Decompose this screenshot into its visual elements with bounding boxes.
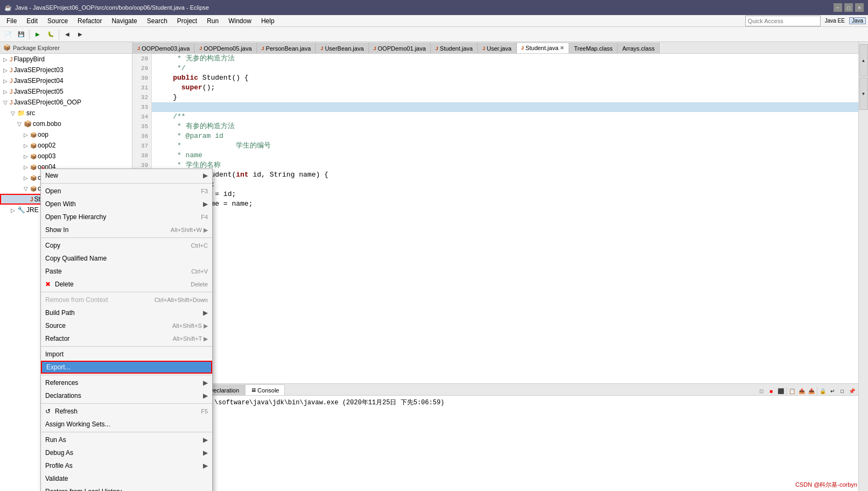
menu-window[interactable]: Window [224,16,256,26]
toolbar: 📄 💾 ▶ 🐛 ◀ ▶ [0,27,868,42]
cm-shortcut: F5 [201,408,208,415]
tab-user[interactable]: J User.java [478,43,516,53]
rs-btn-1[interactable]: ▲ [859,44,868,76]
cm-item-references[interactable]: References ▶ [41,376,212,389]
close-button[interactable]: × [855,3,864,12]
toolbar-forward-button[interactable]: ▶ [74,29,86,40]
cm-arrow: ▶ [203,462,208,469]
tree-item-proj03[interactable]: ▷ J JavaSEProject03 [0,65,132,75]
tree-item-proj06[interactable]: ▽ J JavaSEProject06_OOP [0,97,132,108]
quick-access-input[interactable] [745,16,821,26]
cm-item-export[interactable]: Export... [41,361,212,374]
cm-item-restorelocalhistory[interactable]: Restore from Local History... [41,485,212,491]
project-icon: J [10,78,13,84]
tree-item-oop03[interactable]: ▷ 📦 oop03 [0,151,132,162]
cm-item-copy[interactable]: Copy Ctrl+C [41,239,212,252]
cm-item-import[interactable]: Import [41,348,212,361]
tree-item-flappybird[interactable]: ▷ J FlappyBird [0,54,132,65]
perspective-icon-ee[interactable]: Java EE [823,18,847,24]
tree-item-src[interactable]: ▽ 📁 src [0,108,132,118]
cm-item-profileas[interactable]: Profile As ▶ [41,459,212,472]
console-clear-button[interactable]: ⊡ [757,387,766,395]
expand-icon: ▷ [2,78,9,84]
console-btn3[interactable]: ⬛ [776,387,785,395]
console-stop-button[interactable]: ■ [767,387,775,395]
console-btn6[interactable]: 📥 [807,387,816,395]
cm-item-buildpath[interactable]: Build Path ▶ [41,306,212,319]
menu-help[interactable]: Help [257,16,279,26]
console-word-wrap[interactable]: ↵ [828,387,837,395]
tree-item-oop[interactable]: ▷ 📦 oop [0,129,132,140]
menu-refactor[interactable]: Refactor [73,16,106,26]
cm-item-refresh[interactable]: ↺ Refresh F5 [41,405,212,418]
cm-item-debugas[interactable]: Debug As ▶ [41,446,212,459]
tab-student-1[interactable]: J Student.java [431,43,478,53]
console-content: [JavaApplication] D:\software\java\jdk\b… [132,396,858,491]
cm-shortcut: Ctrl+V [191,268,208,275]
cm-item-source[interactable]: Source Alt+Shift+S ▶ [41,319,212,332]
console-btn5[interactable]: 📤 [797,387,806,395]
tab-label: OOPDemo03.java [142,45,190,52]
tab-oopdemo03[interactable]: J OOPDemo03.java [132,43,194,53]
close-tab-icon[interactable]: ✖ [560,45,564,51]
cm-item-opentypehierarchy[interactable]: Open Type Hierarchy F4 [41,211,212,223]
cm-item-delete[interactable]: ✖ Delete Delete [41,278,212,291]
tree-item-proj04[interactable]: ▷ J JavaSEProject04 [0,75,132,86]
tab-treemap[interactable]: TreeMap.class [569,43,618,53]
cm-item-refactor[interactable]: Refactor Alt+Shift+T ▶ [41,332,212,345]
cm-item-declarations[interactable]: Declarations ▶ [41,389,212,402]
perspective-icon-java[interactable]: Java [849,17,866,24]
console-pin[interactable]: 📌 [848,387,856,395]
tree-item-proj05[interactable]: ▷ J JavaSEProject05 [0,86,132,97]
toolbar-run-button[interactable]: ▶ [32,29,44,40]
console-btn4[interactable]: 📋 [788,387,796,395]
menu-bar: File Edit Source Refactor Navigate Searc… [0,15,868,27]
line-content: } [152,93,177,102]
tree-item-com-bobo[interactable]: ▽ 📦 com.bobo [0,118,132,129]
menu-source[interactable]: Source [43,16,72,26]
cm-item-new[interactable]: New ▶ [41,169,212,182]
minimize-button[interactable]: − [834,3,842,12]
cm-separator [41,292,212,292]
cm-item-copyqualified[interactable]: Copy Qualified Name [41,252,212,265]
toolbar-debug-button[interactable]: 🐛 [45,29,57,40]
maximize-button[interactable]: □ [844,3,853,12]
cm-item-validate[interactable]: Validate [41,472,212,485]
cm-item-assignworkingsets[interactable]: Assign Working Sets... [41,418,212,431]
console-scroll-lock[interactable]: 🔒 [818,387,827,395]
tab-console[interactable]: 🖥 Console [245,384,285,395]
cm-label: New [45,172,200,179]
tab-oopdemo05[interactable]: J OOPDemo05.java [194,43,256,53]
toolbar-save-button[interactable]: 💾 [15,29,27,40]
cm-label: Run As [45,436,200,444]
tree-label: JavaSEProject04 [14,77,64,85]
tab-personbean[interactable]: J PersonBean.java [257,43,316,53]
code-editor[interactable]: 28 * 无参的构造方法 29 */ 30 public Student() {… [132,54,858,383]
cm-arrow: ▶ [203,379,208,387]
toolbar-new-button[interactable]: 📄 [2,29,14,40]
title-bar-controls[interactable]: − □ × [834,3,864,12]
menu-search[interactable]: Search [143,16,172,26]
tab-userbean[interactable]: J UserBean.java [316,43,368,53]
cm-item-paste[interactable]: Paste Ctrl+V [41,265,212,278]
cm-item-showin[interactable]: Show In Alt+Shift+W ▶ [41,223,212,236]
menu-navigate[interactable]: Navigate [107,16,141,26]
menu-edit[interactable]: Edit [22,16,42,26]
tab-oopdemo01[interactable]: J OOPDemo01.java [369,43,431,53]
menu-file[interactable]: File [2,16,21,26]
tree-item-oop02[interactable]: ▷ 📦 oop02 [0,140,132,151]
tab-arrays[interactable]: Arrays.class [618,43,660,53]
menu-run[interactable]: Run [202,16,223,26]
console-btn7[interactable]: □ [838,387,846,395]
tree-label: JavaSEProject05 [14,88,64,95]
menu-project[interactable]: Project [173,16,201,26]
tab-student-active[interactable]: J Student.java ✖ [516,43,569,53]
toolbar-back-button[interactable]: ◀ [61,29,73,40]
cm-item-openwith[interactable]: Open With ▶ [41,198,212,211]
cm-label: Open [45,187,198,195]
cm-item-runas[interactable]: Run As ▶ [41,433,212,446]
cm-item-open[interactable]: Open F3 [41,185,212,198]
code-line-41: 41 super(); [132,180,858,190]
tab-label: OOPDemo05.java [204,45,251,52]
rs-btn-2[interactable]: ▼ [859,78,868,110]
